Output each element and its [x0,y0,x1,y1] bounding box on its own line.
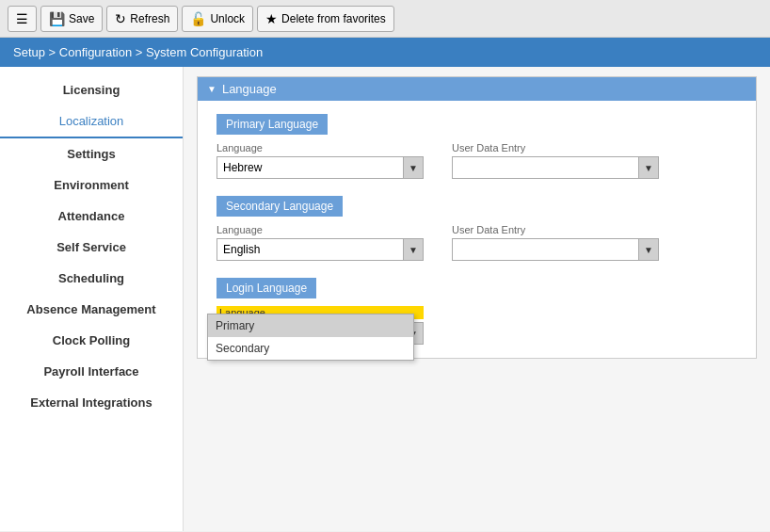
sidebar-item-self-service[interactable]: Self Service [0,232,183,263]
delete-favorites-button[interactable]: ★ Delete from favorites [257,6,394,32]
dropdown-option-secondary[interactable]: Secondary [208,337,413,360]
secondary-language-field: Language English Hebrew French Spanish ▼ [217,224,424,261]
menu-button[interactable]: ☰ [8,6,37,32]
section-collapse-icon: ▼ [207,84,217,94]
primary-user-data-select-wrapper: ▼ [452,156,659,179]
secondary-language-fields: Language English Hebrew French Spanish ▼ [207,220,746,265]
primary-language-fields: Language Hebrew English French Spanish ▼ [207,138,746,183]
language-section: ▼ Language Primary Language Language [197,76,757,359]
secondary-language-select[interactable]: English Hebrew French Spanish [217,238,424,261]
dropdown-option-primary[interactable]: Primary [208,314,413,337]
sidebar-item-payroll-interface[interactable]: Payroll Interface [0,356,183,387]
secondary-user-data-label: User Data Entry [452,224,659,235]
login-language-container: Login Language Language Primary Secondar… [207,270,746,348]
sidebar-item-attendance[interactable]: Attendance [0,201,183,232]
save-label: Save [69,12,94,25]
save-button[interactable]: 💾 Save [40,6,103,32]
unlock-button[interactable]: 🔓 Unlock [182,6,253,32]
toolbar: ☰ 💾 Save ↻ Refresh 🔓 Unlock ★ Delete fro… [0,0,770,38]
menu-icon: ☰ [16,11,28,26]
sidebar-item-absence-management[interactable]: Absence Management [0,294,183,325]
refresh-icon: ↻ [115,11,126,26]
secondary-user-data-select-wrapper: ▼ [452,238,659,261]
star-icon: ★ [265,11,278,26]
secondary-user-data-field: User Data Entry ▼ [452,224,659,261]
save-icon: 💾 [49,11,65,26]
sidebar-item-localization[interactable]: Localization [0,105,183,138]
secondary-user-data-select[interactable] [452,238,659,261]
sidebar: Licensing Localization Settings Environm… [0,67,184,531]
primary-language-field: Language Hebrew English French Spanish ▼ [217,142,424,179]
refresh-label: Refresh [130,12,169,25]
primary-user-data-field: User Data Entry ▼ [452,142,659,179]
secondary-language-label: Language [217,224,424,235]
login-language-header: Login Language [217,278,316,298]
sidebar-item-external-integrations[interactable]: External Integrations [0,387,183,418]
breadcrumb: Setup > Configuration > System Configura… [0,38,770,67]
secondary-language-select-wrapper: English Hebrew French Spanish ▼ [217,238,424,261]
primary-language-header: Primary Language [217,114,328,135]
primary-language-select-wrapper: Hebrew English French Spanish ▼ [217,156,424,179]
sidebar-item-licensing[interactable]: Licensing [0,74,183,105]
unlock-label: Unlock [210,12,245,25]
sidebar-item-clock-polling[interactable]: Clock Polling [0,325,183,356]
secondary-language-header: Secondary Language [217,196,343,217]
content-area: ▼ Language Primary Language Language [184,67,770,531]
sidebar-item-settings[interactable]: Settings [0,138,183,169]
refresh-button[interactable]: ↻ Refresh [106,6,178,32]
sidebar-item-scheduling[interactable]: Scheduling [0,263,183,294]
primary-user-data-label: User Data Entry [452,142,659,153]
language-section-body: Primary Language Language Hebrew English… [198,101,756,358]
primary-language-select[interactable]: Hebrew English French Spanish [217,156,424,179]
secondary-language-container: Secondary Language Language English Hebr… [207,188,746,265]
delete-favorites-label: Delete from favorites [281,12,386,25]
main-layout: Licensing Localization Settings Environm… [0,67,770,531]
login-language-field: Language Primary Secondary ▼ [217,306,424,345]
primary-user-data-select[interactable] [452,156,659,179]
login-language-fields: Language Primary Secondary ▼ [207,302,746,348]
primary-language-container: Primary Language Language Hebrew English… [207,106,746,183]
login-language-dropdown: Primary Secondary [207,314,414,361]
unlock-icon: 🔓 [190,11,206,26]
language-section-header: ▼ Language [198,77,756,101]
sidebar-item-environment[interactable]: Environment [0,169,183,201]
primary-language-label: Language [217,142,424,153]
